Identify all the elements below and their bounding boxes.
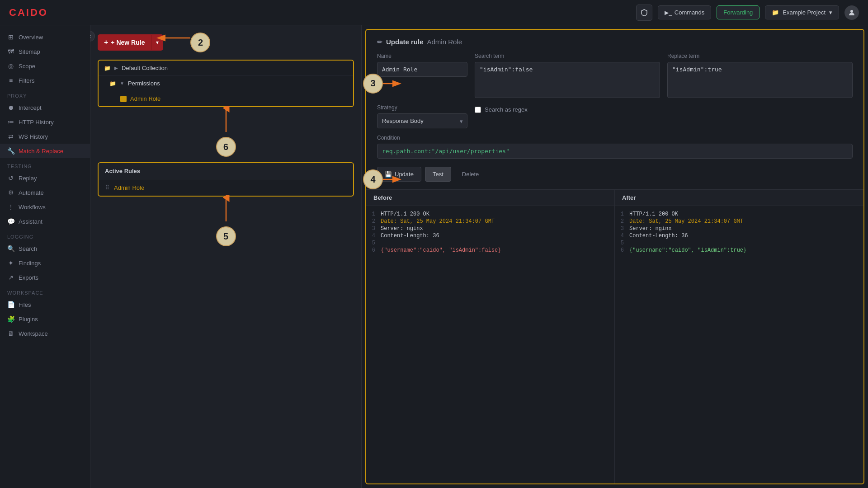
forwarding-button[interactable]: Forwarding (717, 5, 760, 19)
sidebar-item-search[interactable]: 🔍 Search (0, 241, 90, 256)
tree-item-collection[interactable]: 📁 ▶ Default Collection (99, 61, 353, 76)
filters-icon: ≡ (7, 77, 14, 84)
sidebar-item-label: Workspace (19, 330, 48, 337)
update-rule-section: ✏ Update rule Admin Role Name Search ter… (366, 30, 863, 189)
drag-handle-icon: ⠿ (105, 184, 109, 191)
search-regex-label: Search as regex (485, 106, 528, 113)
search-term-col: Search term "isAdmin":false (475, 53, 660, 98)
line-content: Content-Length: 36 (629, 233, 688, 239)
condition-input[interactable] (377, 144, 853, 159)
replace-term-textarea[interactable]: "isAdmin":true (667, 62, 853, 98)
svg-point-0 (850, 10, 853, 13)
sidebar-item-http-history[interactable]: ≔ HTTP History (0, 115, 90, 129)
collapse-icon: « (90, 33, 91, 39)
tree-item-permissions[interactable]: 📁 ▼ Permissions (99, 76, 353, 91)
sidebar-item-label: Files (19, 301, 31, 308)
sidebar-item-label: Scope (19, 63, 35, 70)
code-line: 5 (615, 239, 863, 247)
sidebar-item-overview[interactable]: ⊞ Overview (0, 30, 90, 44)
sitemap-icon: 🗺 (7, 48, 14, 55)
commands-button[interactable]: ▶_ Commands (658, 5, 711, 19)
folder-icon-permissions: 📁 (109, 80, 116, 87)
code-line: 2Date: Sat, 25 May 2024 21:34:07 GMT (615, 218, 863, 225)
match-replace-icon: 🔧 (7, 147, 14, 155)
collapse-sidebar-button[interactable]: « (90, 31, 95, 42)
sidebar-item-workspace[interactable]: 🖥 Workspace (0, 326, 90, 341)
sidebar-item-ws-history[interactable]: ⇄ WS History (0, 129, 90, 144)
shield-button[interactable] (636, 5, 652, 21)
code-line: 3Server: nginx (615, 225, 863, 232)
sidebar-item-files[interactable]: 📄 Files (0, 297, 90, 312)
new-rule-label: + New Rule (111, 39, 145, 46)
edit-icon: ✏ (377, 38, 382, 46)
sidebar-item-exports[interactable]: ↗ Exports (0, 270, 90, 285)
annotation-circle-5: 5 (216, 226, 236, 246)
sidebar-item-sitemap[interactable]: 🗺 Sitemap (0, 44, 90, 59)
annotation-circle-3: 3 (363, 74, 383, 94)
sidebar-item-intercept[interactable]: ⏺ Intercept (0, 100, 90, 115)
sidebar-item-label: Filters (19, 77, 34, 84)
strategy-row: Strategy Response Body Request Body Requ… (377, 104, 853, 128)
sidebar-item-scope[interactable]: ◎ Scope (0, 59, 90, 73)
folder-icon: 📁 (772, 9, 779, 16)
arrow-5-svg (219, 195, 233, 222)
line-number: 2 (366, 218, 381, 225)
plus-icon: + (104, 38, 108, 47)
update-rule-title: ✏ Update rule Admin Role (377, 38, 853, 46)
line-content: Date: Sat, 25 May 2024 21:34:07 GMT (381, 218, 495, 225)
tree-item-admin-role[interactable]: Admin Role (99, 91, 353, 106)
update-rule-label: Update rule (386, 38, 424, 46)
line-number: 3 (366, 225, 381, 232)
name-col: Name (377, 53, 467, 98)
arrow-2 (154, 29, 208, 47)
active-rules-container: Active Rules ⠿ Admin Role 4 (98, 162, 354, 197)
right-panel: ✏ Update rule Admin Role Name Search ter… (365, 29, 864, 484)
active-rule-label: Admin Role (114, 184, 144, 191)
sidebar-item-label: Workflows (19, 204, 46, 211)
proxy-section-label: Proxy (0, 88, 90, 100)
line-content: Date: Sat, 25 May 2024 21:34:07 GMT (629, 218, 743, 225)
name-input[interactable] (377, 62, 467, 77)
test-button[interactable]: Test (425, 167, 451, 182)
sidebar-item-replay[interactable]: ↺ Replay (0, 171, 90, 185)
sidebar-item-assistant[interactable]: 💬 Assistant (0, 214, 90, 229)
code-line: 5 (366, 239, 614, 247)
after-header: After (615, 190, 863, 206)
testing-section-label: Testing (0, 158, 90, 171)
project-label: Example Project (783, 9, 826, 16)
files-icon: 📄 (7, 301, 14, 308)
sidebar-item-workflows[interactable]: ⋮ Workflows (0, 200, 90, 214)
active-rule-item-admin-role[interactable]: ⠿ Admin Role (99, 179, 353, 196)
delete-btn-label: Delete (462, 171, 479, 178)
automate-icon: ⚙ (7, 189, 14, 196)
user-avatar[interactable] (844, 5, 859, 20)
sidebar-item-label: WS History (19, 133, 48, 140)
sidebar-item-match-replace[interactable]: 🔧 Match & Replace (0, 144, 90, 158)
new-rule-main: + + New Rule (98, 34, 151, 51)
logo-text: CAIDO (9, 7, 48, 19)
arrow-up-5 (219, 195, 233, 224)
condition-label: Condition (377, 135, 853, 141)
sidebar-item-label: Plugins (19, 316, 38, 323)
condition-row: Condition (377, 135, 853, 159)
strategy-select[interactable]: Response Body Request Body Request Heade… (377, 113, 467, 128)
line-content: Server: nginx (381, 225, 423, 232)
rule-icon (120, 96, 127, 102)
rule-name-display: Admin Role (427, 38, 462, 46)
search-regex-checkbox[interactable] (475, 107, 481, 113)
search-term-textarea[interactable]: "isAdmin":false (475, 62, 660, 98)
delete-button[interactable]: Delete (455, 167, 486, 181)
overview-icon: ⊞ (7, 33, 14, 41)
sidebar-item-plugins[interactable]: 🧩 Plugins (0, 312, 90, 326)
sidebar-item-filters[interactable]: ≡ Filters (0, 73, 90, 88)
new-rule-button[interactable]: + + New Rule ▾ (98, 34, 163, 51)
user-icon (848, 9, 855, 16)
code-line: 2Date: Sat, 25 May 2024 21:34:07 GMT (366, 218, 614, 225)
line-number: 1 (615, 211, 629, 217)
sidebar-item-automate[interactable]: ⚙ Automate (0, 185, 90, 200)
strategy-select-wrapper: Response Body Request Body Request Heade… (377, 113, 467, 128)
project-button[interactable]: 📁 Example Project ▾ (765, 5, 839, 19)
sidebar-item-findings[interactable]: ✦ Findings (0, 256, 90, 270)
line-content: Content-Length: 36 (381, 233, 439, 239)
sidebar-item-label: Assistant (19, 218, 42, 225)
